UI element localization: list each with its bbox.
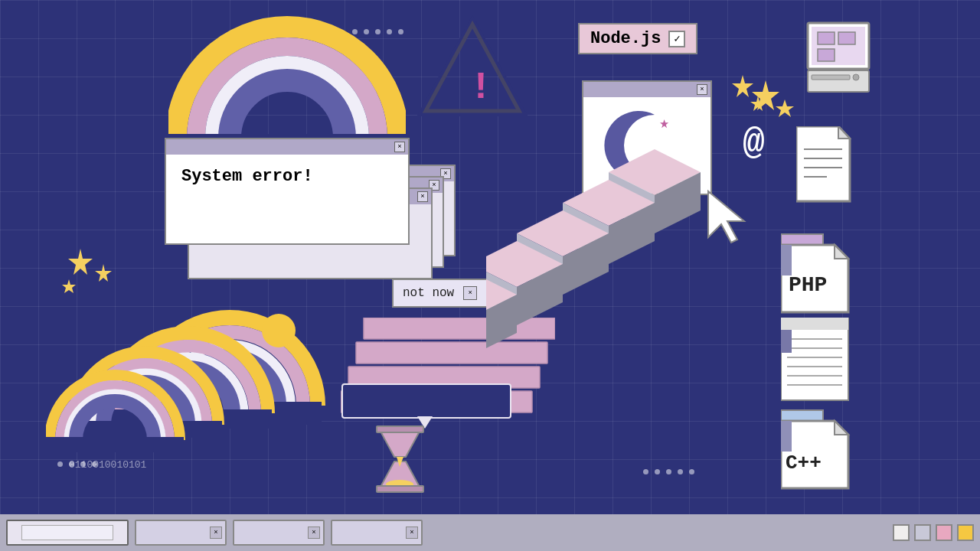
svg-rect-8: [838, 32, 855, 44]
svg-rect-9: [818, 49, 835, 61]
dot: [80, 461, 86, 467]
moon-window-titlebar: ×: [583, 82, 710, 97]
document-icon: [796, 126, 858, 207]
svg-rect-38: [781, 421, 792, 452]
error-message: System error!: [166, 155, 408, 198]
system-error-window: × System error!: [165, 138, 410, 245]
cpp-file-icon: C++: [781, 406, 858, 494]
nodejs-badge: Node.js ✓: [578, 23, 697, 54]
php-file-icon: PHP: [781, 230, 858, 318]
taskbar-input-field[interactable]: [21, 525, 113, 540]
yellow-circle: [262, 314, 296, 347]
svg-rect-13: [812, 75, 850, 80]
speech-bubble: [341, 383, 517, 440]
error-close-btn[interactable]: ×: [394, 142, 405, 152]
dots-bottom-left: [57, 461, 97, 467]
svg-text:!: !: [469, 66, 492, 109]
nodejs-checkbox[interactable]: ✓: [668, 31, 685, 47]
svg-rect-87: [377, 486, 423, 492]
staircase: [486, 149, 769, 513]
dot: [678, 469, 683, 474]
not-now-dialog[interactable]: not now ×: [392, 279, 488, 308]
svg-text:C++: C++: [786, 452, 822, 474]
svg-marker-47: [62, 279, 76, 293]
svg-rect-24: [781, 245, 792, 276]
svg-rect-44: [46, 437, 184, 452]
svg-marker-16: [838, 126, 850, 139]
svg-rect-7: [818, 32, 835, 44]
window-titlebar: ×: [166, 139, 408, 155]
svg-rect-80: [342, 384, 511, 418]
moon-close-btn[interactable]: ×: [697, 84, 707, 95]
dot: [69, 461, 74, 467]
dot: [57, 461, 63, 467]
svg-marker-46: [95, 264, 112, 282]
svg-rect-34: [781, 330, 792, 353]
taskbar-btn1-close[interactable]: ×: [210, 527, 222, 539]
color-swatch-pink[interactable]: [936, 524, 952, 541]
warning-triangle: !: [417, 15, 528, 122]
dot: [666, 469, 671, 474]
dot: [655, 469, 660, 474]
sparkles-right: [720, 73, 766, 122]
svg-marker-49: [750, 96, 766, 111]
svg-marker-48: [732, 75, 753, 97]
svg-rect-86: [377, 426, 423, 432]
hourglass-icon: [375, 425, 425, 497]
svg-marker-37: [835, 421, 848, 435]
svg-rect-12: [808, 70, 869, 92]
not-now-label: not now: [403, 286, 454, 300]
win-close-btn3[interactable]: ×: [417, 191, 428, 202]
color-swatch-gray[interactable]: [914, 524, 931, 541]
svg-text:PHP: PHP: [789, 273, 827, 297]
dot: [92, 461, 97, 467]
taskbar-btn-2[interactable]: ×: [233, 520, 325, 546]
taskbar-btn2-close[interactable]: ×: [308, 527, 320, 539]
dot: [689, 469, 694, 474]
svg-marker-45: [68, 249, 93, 275]
svg-marker-1: [776, 99, 794, 117]
svg-point-14: [853, 74, 859, 80]
color-swatch-yellow[interactable]: [957, 524, 974, 541]
color-swatch-white[interactable]: [893, 524, 910, 541]
notepad-icon: [781, 318, 858, 406]
taskbar-color-swatches: [893, 524, 974, 541]
taskbar-btn-3[interactable]: ×: [331, 520, 423, 546]
sparkles-left: [61, 245, 122, 302]
computer-icon: [796, 15, 880, 103]
svg-marker-23: [835, 245, 848, 259]
taskbar-start-area: [6, 520, 129, 546]
taskbar-btn-1[interactable]: ×: [135, 520, 227, 546]
not-now-close-btn[interactable]: ×: [463, 286, 477, 300]
dot: [643, 469, 648, 474]
dots-bottom-right: [643, 469, 694, 474]
taskbar-btn3-close[interactable]: ×: [406, 527, 418, 539]
taskbar: × × ×: [0, 514, 980, 551]
nodejs-label: Node.js: [590, 29, 661, 48]
large-rainbow: [168, 15, 406, 157]
svg-marker-54: [660, 119, 668, 128]
svg-rect-27: [781, 318, 848, 330]
